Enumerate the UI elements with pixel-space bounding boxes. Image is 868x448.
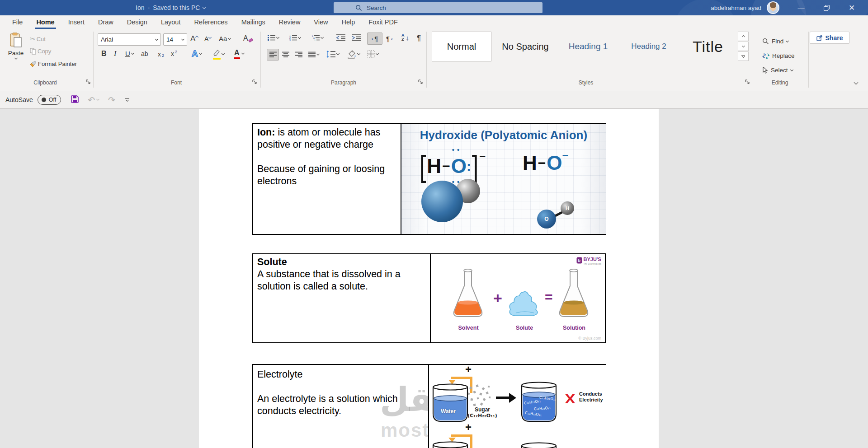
find-label: Find — [772, 38, 783, 45]
shading-chevron-icon — [357, 52, 360, 55]
sort-button[interactable]: AZ ↓ — [401, 33, 409, 42]
autosave-toggle[interactable]: Off — [38, 95, 61, 105]
tab-layout[interactable]: Layout — [155, 15, 187, 29]
rtl-direction-button[interactable]: ¶‹ — [386, 35, 393, 42]
shrink-font-button[interactable]: A — [204, 35, 211, 42]
tab-draw[interactable]: Draw — [92, 15, 119, 29]
paste-button[interactable]: Paste — [5, 33, 27, 59]
clear-formatting-button[interactable]: A — [243, 34, 253, 42]
grow-font-button[interactable]: A — [190, 34, 198, 43]
select-button[interactable]: Select — [762, 67, 793, 74]
paragraph-dialog-launcher[interactable] — [418, 79, 424, 85]
share-button[interactable]: Share — [810, 32, 849, 44]
numbering-button[interactable]: 1 2 3 — [289, 34, 301, 41]
share-label: Share — [826, 34, 843, 42]
align-left-button[interactable] — [267, 49, 279, 61]
table-solute[interactable]: Solute A substance that is dissolved in … — [252, 253, 606, 343]
style-normal[interactable]: Normal — [432, 32, 491, 61]
ltr-direction-button[interactable]: ›¶ — [367, 33, 382, 45]
change-case-button[interactable]: Aa — [219, 35, 231, 42]
tab-help[interactable]: Help — [336, 15, 361, 29]
document-title[interactable]: Ion - Saved to this PC — [136, 0, 205, 15]
bold-button[interactable]: B — [101, 50, 107, 58]
document-page[interactable]: مستقل mostaql.com Ion: is atom or molecu… — [199, 109, 659, 448]
clipboard-dialog-launcher[interactable] — [86, 79, 92, 85]
style-no-spacing[interactable]: No Spacing — [495, 32, 556, 61]
tab-references[interactable]: References — [188, 15, 233, 29]
styles-scroll-down[interactable] — [738, 42, 749, 51]
font-color-button[interactable]: A — [233, 49, 244, 59]
titlebar-right: abdelrahman ayad — ✕ — [711, 0, 868, 15]
copy-button[interactable]: Copy — [30, 48, 51, 55]
hydrogen-sphere-small: H — [561, 201, 574, 215]
font-dialog-launcher[interactable] — [252, 79, 258, 85]
justify-button[interactable] — [308, 51, 319, 58]
tab-design[interactable]: Design — [121, 15, 153, 29]
table-electrolyte[interactable]: Electrolyte An electrolyte is a solution… — [252, 364, 606, 448]
minimize-button[interactable]: — — [791, 0, 811, 15]
find-button[interactable]: Find — [762, 38, 788, 45]
italic-button[interactable]: I — [114, 50, 116, 58]
user-name[interactable]: abdelrahman ayad — [711, 5, 761, 11]
font-color-glyph-wrap: A — [233, 49, 241, 59]
multilevel-list-button[interactable]: 1 a i — [312, 34, 323, 41]
save-button[interactable] — [71, 95, 79, 104]
justify-icon — [308, 51, 316, 58]
tab-mailings[interactable]: Mailings — [236, 15, 271, 29]
increase-indent-button[interactable] — [352, 34, 361, 41]
restore-button[interactable] — [816, 0, 836, 15]
decrease-indent-button[interactable] — [336, 34, 345, 41]
electrolyte-image[interactable]: + Water — [429, 365, 606, 448]
shading-button[interactable] — [347, 50, 360, 59]
replace-button[interactable]: b c Replace — [762, 52, 795, 59]
undo-button[interactable]: ↶ — [88, 95, 95, 105]
cut-button[interactable]: ✂ Cut — [30, 35, 46, 42]
solute-image[interactable]: b BYJU'S The Learning App + — [431, 254, 605, 342]
align-right-button[interactable] — [295, 51, 302, 58]
tab-insert[interactable]: Insert — [62, 15, 90, 29]
tab-file[interactable]: File — [6, 15, 28, 29]
qat-customize-button[interactable] — [125, 98, 129, 101]
highlight-button[interactable] — [212, 49, 224, 60]
title-separator: - — [147, 4, 150, 11]
equals-sign: = — [545, 289, 553, 305]
text-effects-button[interactable]: A — [192, 49, 202, 59]
styles-dialog-launcher[interactable] — [745, 79, 751, 85]
tab-foxit-pdf[interactable]: Foxit PDF — [363, 15, 403, 29]
search-box[interactable]: Search — [334, 2, 542, 13]
ion-term: Ion: — [257, 127, 275, 138]
electrolyte-definition-cell[interactable]: Electrolyte An electrolyte is a solution… — [257, 369, 424, 417]
solute-definition-cell[interactable]: Solute A substance that is dissolved in … — [257, 256, 425, 293]
avatar[interactable] — [767, 1, 779, 14]
font-size-select[interactable]: 14 — [163, 33, 187, 46]
collapse-ribbon-chevron-icon[interactable] — [854, 80, 859, 85]
style-title[interactable]: Title — [680, 32, 736, 61]
hydroxide-image[interactable]: Hydroxide (Polyatomic Anion) [ H − O : ]… — [401, 124, 606, 234]
borders-button[interactable] — [367, 50, 378, 58]
underline-button[interactable]: U — [125, 50, 134, 57]
close-button[interactable]: ✕ — [842, 0, 862, 15]
font-family-select[interactable]: Arial — [98, 33, 161, 46]
strikethrough-button[interactable]: ab — [141, 50, 148, 57]
ion-definition-cell[interactable]: Ion: is atom or molecule has positive or… — [257, 126, 398, 187]
tab-view[interactable]: View — [308, 15, 334, 29]
format-painter-button[interactable]: Format Painter — [30, 61, 77, 67]
styles-scroll-up[interactable] — [738, 32, 749, 41]
align-center-button[interactable] — [282, 51, 289, 58]
superscript-button[interactable]: x2 — [171, 50, 177, 57]
rtl-arrow: ‹ — [391, 36, 393, 42]
line-spacing-button[interactable] — [326, 51, 339, 58]
undo-chevron-icon[interactable] — [96, 98, 99, 101]
style-heading-1[interactable]: Heading 1 — [559, 32, 617, 61]
table-ion[interactable]: Ion: is atom or molecule has positive or… — [252, 123, 606, 235]
redo-button[interactable]: ↷ — [108, 95, 115, 105]
style-heading-2[interactable]: Heading 2 — [620, 32, 677, 61]
byjus-logo: b BYJU'S The Learning App — [576, 257, 601, 266]
subscript-button[interactable]: x2 — [158, 50, 164, 58]
document-canvas[interactable]: مستقل mostaql.com Ion: is atom or molecu… — [0, 109, 868, 448]
show-paragraph-marks-button[interactable]: ¶ — [417, 34, 421, 43]
tab-home[interactable]: Home — [30, 15, 60, 29]
bullets-button[interactable] — [268, 34, 279, 41]
styles-gallery-expand[interactable] — [738, 51, 749, 61]
tab-review[interactable]: Review — [273, 15, 307, 29]
